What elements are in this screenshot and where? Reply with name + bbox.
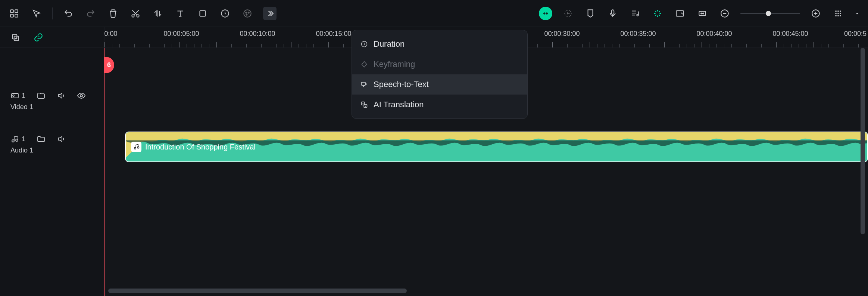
effects-icon[interactable] [651, 7, 664, 20]
svg-rect-27 [835, 15, 836, 16]
ruler-mark: 00:00 [104, 30, 118, 38]
menu-item-speech-to-text[interactable]: Speech-to-Text [352, 74, 527, 95]
undo-icon[interactable] [62, 7, 75, 20]
svg-point-12 [544, 13, 545, 14]
svg-rect-26 [840, 13, 841, 14]
svg-rect-6 [200, 10, 205, 16]
link-icon[interactable] [34, 33, 43, 42]
speed-icon[interactable] [218, 7, 232, 20]
audio-split-icon[interactable] [151, 7, 165, 20]
translate-icon [360, 101, 368, 109]
video-icon [10, 91, 19, 100]
v-scroll-thumb[interactable] [861, 48, 865, 234]
keyframe-icon [360, 60, 368, 68]
svg-rect-29 [840, 15, 841, 16]
ruler-mark: 00:00:40:00 [696, 30, 732, 38]
audio-track-header: 1 Audio 1 [0, 132, 104, 176]
svg-point-13 [546, 13, 547, 14]
audio-clip[interactable]: Introduction Of Shopping Festival [125, 132, 868, 162]
ruler-mark: 00:00:05:00 [163, 30, 199, 38]
dropdown-caret-icon[interactable] [854, 7, 861, 20]
svg-rect-28 [837, 15, 839, 16]
svg-rect-0 [10, 10, 13, 13]
clock-icon [360, 40, 368, 48]
svg-rect-24 [835, 13, 836, 14]
svg-point-33 [13, 95, 14, 96]
menu-item-label: Duration [374, 39, 405, 49]
zoom-in-icon[interactable] [809, 7, 822, 20]
menu-item-label: AI Translation [374, 100, 424, 110]
volume-icon[interactable] [57, 91, 66, 100]
h-scroll-thumb[interactable] [108, 289, 407, 293]
audio-track-index: 1 [22, 135, 25, 143]
crop-icon[interactable] [196, 7, 209, 20]
redo-icon[interactable] [84, 7, 97, 20]
menu-item-ai-translation[interactable]: AI Translation [352, 95, 527, 115]
menu-item-label: Keyframing [374, 59, 415, 69]
svg-point-9 [246, 12, 247, 13]
svg-rect-25 [837, 13, 839, 14]
video-track-index: 1 [22, 92, 25, 100]
svg-rect-1 [15, 10, 18, 13]
text-icon[interactable] [174, 7, 187, 20]
ruler-mark: 00:00:35:00 [620, 30, 656, 38]
zoom-out-icon[interactable] [718, 7, 731, 20]
playhead-flag-label: 6 [107, 61, 111, 69]
svg-point-4 [132, 15, 134, 17]
cursor-icon[interactable] [30, 7, 43, 20]
svg-point-35 [12, 140, 14, 142]
playhead-handle[interactable]: 6 [104, 57, 114, 73]
svg-rect-22 [837, 10, 839, 12]
video-track-name: Video 1 [10, 103, 94, 111]
ruler-mark: 00:00:30:00 [544, 30, 580, 38]
ai-avatar-icon[interactable] [539, 7, 552, 20]
menu-item-label: Speech-to-Text [374, 80, 429, 89]
playhead[interactable]: 6 [104, 48, 105, 296]
volume-icon[interactable] [57, 135, 66, 144]
export-icon[interactable] [673, 7, 687, 20]
gear-dotted-icon[interactable] [561, 7, 575, 20]
svg-point-11 [246, 14, 247, 15]
marker-icon[interactable] [584, 7, 597, 20]
svg-point-34 [80, 95, 82, 97]
clip-title: Introduction Of Shopping Festival [145, 143, 256, 151]
svg-rect-15 [612, 10, 614, 14]
delete-icon[interactable] [106, 7, 120, 20]
music-icon [10, 135, 19, 144]
svg-point-8 [244, 10, 251, 17]
fit-icon[interactable] [696, 7, 709, 20]
apps-icon[interactable] [7, 7, 21, 20]
menu-item-duration[interactable]: Duration [352, 34, 527, 54]
folder-icon[interactable] [37, 135, 46, 144]
grid-view-icon[interactable] [831, 7, 845, 20]
svg-rect-41 [362, 82, 366, 85]
ruler-left-controls [0, 27, 104, 47]
video-track-header: 1 Video 1 [0, 89, 104, 132]
ruler-mark: 00:00:5 [844, 30, 867, 38]
zoom-slider[interactable] [740, 13, 800, 14]
audio-track-name: Audio 1 [10, 147, 94, 154]
duplicate-icon[interactable] [10, 33, 20, 42]
svg-point-39 [137, 147, 139, 148]
music-list-icon[interactable] [628, 7, 642, 20]
more-icon[interactable] [263, 7, 277, 20]
cut-icon[interactable] [129, 7, 142, 20]
eye-icon[interactable] [77, 91, 86, 100]
svg-rect-2 [10, 14, 13, 17]
svg-rect-3 [15, 14, 18, 17]
ruler-mark: 00:00:45:00 [772, 30, 808, 38]
svg-rect-21 [835, 10, 836, 12]
music-note-icon [131, 142, 141, 152]
toolbar-divider [52, 7, 53, 19]
ruler-mark: 00:00:10:00 [240, 30, 275, 38]
horizontal-scrollbar[interactable] [104, 288, 853, 294]
folder-icon[interactable] [37, 91, 46, 100]
zoom-slider-thumb[interactable] [766, 11, 771, 16]
speech-icon [360, 80, 368, 89]
main-toolbar [0, 0, 868, 27]
track-panel: 1 Video 1 1 Audio 1 [0, 48, 104, 296]
vertical-scrollbar[interactable] [860, 48, 866, 287]
menu-item-keyframing: Keyframing [352, 54, 527, 74]
mic-icon[interactable] [606, 7, 619, 20]
color-icon[interactable] [241, 7, 254, 20]
